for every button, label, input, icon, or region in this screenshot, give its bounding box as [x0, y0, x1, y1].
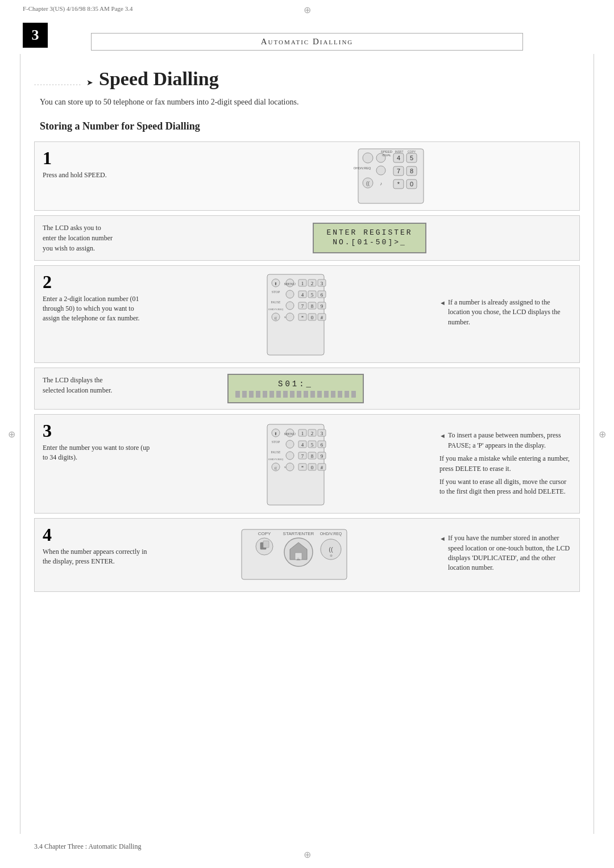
step-3-note-2: If you make a mistake while entering a n… [439, 454, 571, 474]
svg-text:1: 1 [301, 431, 304, 436]
step-2-note-1: ◄ If a number is already assigned to the… [439, 298, 571, 327]
lcd-s01-line: S01:_ [235, 379, 356, 389]
svg-rect-104 [263, 541, 269, 548]
lcd-line-1: ENTER REGISTER [321, 228, 418, 237]
left-border [20, 54, 20, 834]
lcd-row-1-desc: The LCD asks you toenter the location nu… [43, 223, 152, 253]
svg-text:OHD/V.REQ: OHD/V.REQ [268, 458, 284, 461]
svg-text:3: 3 [321, 431, 323, 436]
step-2-center: ⬆ MENU 1 2 3 STOP 4 5 6 [160, 266, 432, 362]
step-4-center: COPY START/ENTER m̈ OHD/V.REQ (( ⊕ [160, 519, 432, 591]
lcd-row-2-center: S01:_ [160, 368, 432, 409]
svg-text:PAUSE: PAUSE [271, 301, 281, 304]
svg-text:((: (( [275, 316, 277, 320]
step-1-number: 1 [43, 149, 152, 167]
crosshair-left: ⊕ [8, 429, 15, 440]
step-3-left: 3 Enter the number you want to store (up… [35, 415, 160, 513]
crosshair-right: ⊕ [599, 429, 606, 440]
svg-text:MENU: MENU [284, 432, 296, 436]
svg-text:#: # [321, 465, 323, 470]
step-3-number: 3 [43, 422, 152, 440]
step-4-desc: When the number appears correctly in the… [43, 547, 152, 566]
svg-text:*: * [397, 181, 400, 187]
lcd-display-2: S01:_ [227, 374, 364, 403]
chapter-number-box: 3 [23, 23, 48, 48]
lcd-row-1-left: The LCD asks you toenter the location nu… [35, 216, 160, 260]
svg-point-10 [376, 166, 385, 175]
svg-text:OHD/V.REQ: OHD/V.REQ [320, 532, 342, 536]
svg-point-74 [286, 440, 294, 448]
step-2-left: 2 Enter a 2-digit location number (01 th… [35, 266, 160, 362]
lcd-bar [235, 391, 356, 398]
lcd-row-2-left: The LCD displays theselected location nu… [35, 368, 160, 409]
svg-text:START/ENTER: START/ENTER [283, 531, 314, 536]
title-arrow: ➤ [86, 78, 93, 87]
step-1-row: 1 Press and hold SPEED. 4 5 SPEED /DUAL [34, 141, 580, 211]
step-4-right: ◄ If you have the number stored in anoth… [432, 519, 579, 591]
svg-text:4: 4 [301, 292, 304, 298]
lcd-row-2-desc: The LCD displays theselected location nu… [43, 375, 152, 395]
svg-text:9: 9 [321, 303, 323, 309]
svg-text:STOP: STOP [272, 440, 280, 444]
svg-text:6: 6 [321, 292, 323, 298]
step-4-note-1: ◄ If you have the number stored in anoth… [439, 533, 571, 573]
svg-text:((: (( [329, 546, 333, 553]
svg-point-83 [286, 452, 294, 460]
svg-text:/DUAL: /DUAL [382, 153, 391, 157]
svg-text:⬆: ⬆ [274, 282, 277, 286]
step-3-keypad: ⬆ MENU 1 2 3 STOP 4 5 6 PAUSE OHD/V.REQ [264, 422, 327, 507]
section-banner: Automatic Dialling [91, 33, 523, 51]
svg-text:((: (( [275, 466, 277, 470]
svg-text:7: 7 [301, 453, 304, 459]
title-dots: ................ [34, 78, 82, 87]
svg-text:PAUSE: PAUSE [271, 450, 281, 454]
step-3-desc: Enter the number you want to store (up t… [43, 443, 152, 462]
svg-text:0: 0 [311, 315, 314, 320]
svg-text:#: # [321, 315, 323, 320]
lcd-row-2: The LCD displays theselected location nu… [34, 368, 580, 410]
svg-point-45 [286, 302, 294, 310]
svg-text:⬆: ⬆ [274, 432, 277, 436]
sub-heading: Storing a Number for Speed Dialling [34, 120, 580, 132]
step-4-keypad: COPY START/ENTER m̈ OHD/V.REQ (( ⊕ [239, 527, 352, 583]
title-section: ................ ➤ Speed Dialling [34, 68, 580, 90]
main-title: Speed Dialling [99, 68, 219, 89]
svg-text:1: 1 [301, 281, 304, 286]
step-3-right: ◄ To insert a pause between numbers, pre… [432, 415, 579, 513]
svg-text:OHD/V.REQ: OHD/V.REQ [354, 166, 371, 170]
crosshair-bottom: ⊕ [304, 849, 311, 860]
svg-text:2: 2 [311, 281, 314, 286]
svg-text:8: 8 [311, 303, 314, 309]
intro-text: You can store up to 50 telephone or fax … [34, 98, 580, 107]
svg-text:STOP: STOP [272, 290, 280, 294]
step-4-left: 4 When the number appears correctly in t… [35, 519, 160, 591]
svg-text:((: (( [366, 181, 370, 186]
lcd-row-2-right [432, 368, 579, 409]
svg-text:8: 8 [311, 453, 314, 459]
step-4-number: 4 [43, 525, 152, 544]
svg-text:⊕: ⊕ [330, 554, 333, 557]
svg-text:8: 8 [410, 168, 413, 174]
svg-point-93 [286, 463, 294, 471]
svg-text:0: 0 [311, 465, 314, 470]
step-2-row: 2 Enter a 2-digit location number (01 th… [34, 265, 580, 363]
step-2-right: ◄ If a number is already assigned to the… [432, 266, 579, 362]
svg-text:2: 2 [311, 431, 314, 436]
step-1-keypad: 4 5 SPEED /DUAL OHD/V.REQ 7 8 (( ♪ * [313, 148, 426, 205]
svg-text:m̈: m̈ [297, 558, 300, 561]
main-content: ................ ➤ Speed Dialling You ca… [34, 68, 580, 596]
svg-text:OHD/V.REQ: OHD/V.REQ [268, 308, 284, 311]
svg-text:COPY: COPY [258, 531, 271, 536]
lcd-row-1: The LCD asks you toenter the location nu… [34, 215, 580, 261]
page-footer: 3.4 Chapter Three : Automatic Dialling [34, 842, 141, 851]
lcd-line-2: NO.[01-50]>_ [321, 238, 418, 247]
svg-text:7: 7 [301, 303, 304, 309]
svg-point-36 [286, 290, 294, 298]
step-2-desc: Enter a 2-digit location number (01 thro… [43, 294, 152, 323]
svg-text:5: 5 [311, 292, 314, 298]
step-2-number: 2 [43, 273, 152, 291]
step-1-desc: Press and hold SPEED. [43, 170, 152, 180]
crosshair-top: ⊕ [304, 5, 311, 15]
step-4-row: 4 When the number appears correctly in t… [34, 518, 580, 592]
lcd-display-1: ENTER REGISTER NO.[01-50]>_ [313, 223, 426, 253]
